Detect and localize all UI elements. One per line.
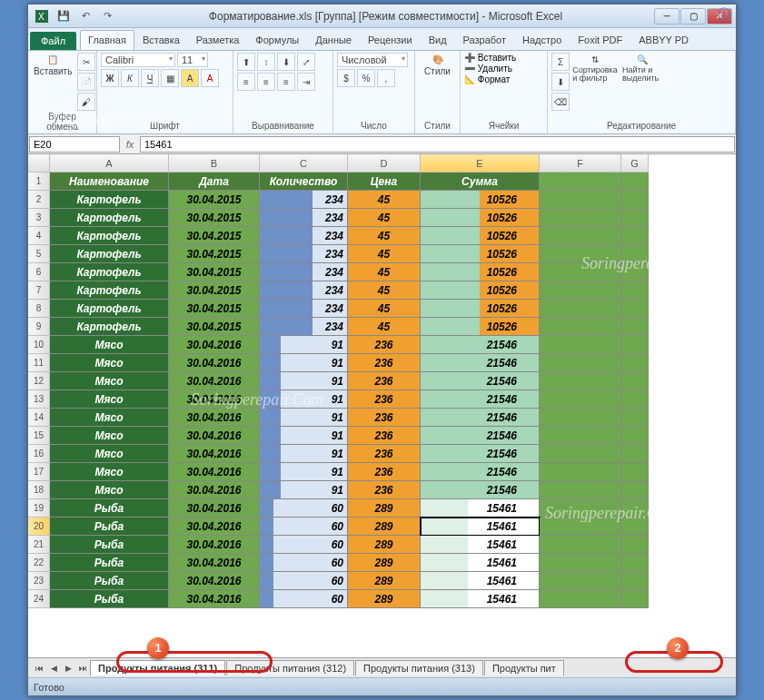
copy-icon[interactable]: 📄 [77,73,95,91]
table-header[interactable]: Дата [169,173,260,191]
ribbon-tab[interactable]: Рецензии [360,30,421,50]
table-header[interactable]: Сумма [421,173,540,191]
data-cell[interactable]: 45 [348,227,421,245]
empty-cell[interactable] [621,318,649,336]
row-header[interactable]: 19 [28,499,50,518]
data-cell[interactable]: 10526 [421,263,540,281]
ribbon-tab[interactable]: Формулы [247,30,307,50]
empty-cell[interactable] [540,173,621,191]
data-cell[interactable]: 234 [260,263,348,281]
data-cell[interactable]: 91 [260,409,348,427]
data-cell[interactable]: 10526 [421,191,540,209]
number-format-combo[interactable]: Числовой [337,53,408,67]
data-cell[interactable]: 30.04.2015 [169,245,260,263]
row-header[interactable]: 18 [28,481,50,499]
save-icon[interactable]: 💾 [54,6,74,26]
font-size-combo[interactable]: 11 [177,53,208,67]
empty-cell[interactable] [540,191,621,209]
data-cell[interactable]: 30.04.2016 [169,336,260,354]
data-cell[interactable]: 236 [348,481,421,499]
data-cell[interactable]: 45 [348,245,421,263]
data-cell[interactable]: 60 [260,518,348,536]
data-cell[interactable]: 30.04.2015 [169,209,260,227]
data-cell[interactable]: 236 [348,445,421,463]
data-cell[interactable]: 10526 [421,300,540,318]
fill-color-icon[interactable]: A [181,69,199,87]
data-cell[interactable]: Картофель [50,209,169,227]
ribbon-tab[interactable]: Вид [421,30,455,50]
empty-cell[interactable] [540,300,621,318]
ribbon-tab[interactable]: ABBYY PD [630,30,697,50]
data-cell[interactable]: 21546 [421,354,540,372]
tab-nav-first-icon[interactable]: ⏮ [32,661,46,675]
row-header[interactable]: 6 [28,263,50,281]
row-header[interactable]: 24 [28,590,50,608]
row-header[interactable]: 2 [28,191,50,209]
data-cell[interactable]: 30.04.2016 [169,536,260,554]
indent-icon[interactable]: ⇥ [297,73,315,91]
data-cell[interactable]: Мясо [50,409,169,427]
bold-button[interactable]: Ж [101,69,119,87]
data-cell[interactable]: 21546 [421,372,540,390]
table-header[interactable]: Цена [348,173,421,191]
ribbon-tab[interactable]: Foxit PDF [570,30,630,50]
ribbon-tab[interactable]: Разработ [455,30,514,50]
help-icon[interactable]: ⓘ [718,6,730,23]
data-cell[interactable]: 289 [348,499,421,518]
data-cell[interactable]: 15461 [421,554,540,572]
empty-cell[interactable] [540,481,621,499]
fx-icon[interactable]: fx [121,139,139,150]
empty-cell[interactable] [540,554,621,572]
data-cell[interactable]: Мясо [50,427,169,445]
align-left-icon[interactable]: ≡ [237,73,255,91]
empty-cell[interactable] [540,209,621,227]
data-cell[interactable]: 60 [260,572,348,590]
row-header[interactable]: 12 [28,372,50,390]
data-cell[interactable]: 30.04.2016 [169,481,260,499]
sheet-tab[interactable]: Продукты пит [484,660,564,675]
data-cell[interactable]: 15461 [421,499,540,518]
maximize-button[interactable]: ▢ [680,8,706,25]
data-cell[interactable]: 30.04.2016 [169,518,260,536]
data-cell[interactable]: 30.04.2016 [169,427,260,445]
data-cell[interactable]: 60 [260,554,348,572]
data-cell[interactable]: 234 [260,209,348,227]
data-cell[interactable]: Мясо [50,354,169,372]
data-cell[interactable]: 30.04.2015 [169,263,260,281]
ribbon-tab[interactable]: Вставка [134,30,188,50]
styles-button[interactable]: 🎨Стили [419,53,456,78]
data-cell[interactable]: 236 [348,409,421,427]
empty-cell[interactable] [540,372,621,390]
data-cell[interactable]: 30.04.2015 [169,191,260,209]
data-cell[interactable]: 234 [260,281,348,300]
empty-cell[interactable] [540,590,621,608]
row-header[interactable]: 15 [28,427,50,445]
table-header[interactable]: Наименование [50,173,169,191]
data-cell[interactable]: 289 [348,590,421,608]
data-cell[interactable]: 234 [260,318,348,336]
empty-cell[interactable] [621,191,649,209]
data-cell[interactable]: Мясо [50,481,169,499]
empty-cell[interactable] [621,445,649,463]
undo-icon[interactable]: ↶ [75,6,95,26]
empty-cell[interactable] [621,245,649,263]
orientation-icon[interactable]: ⤢ [297,53,315,71]
data-cell[interactable]: 30.04.2016 [169,554,260,572]
align-center-icon[interactable]: ≡ [257,73,275,91]
delete-cells-button[interactable]: ➖ Удалить [464,64,512,74]
data-cell[interactable]: Картофель [50,318,169,336]
empty-cell[interactable] [621,554,649,572]
empty-cell[interactable] [621,336,649,354]
data-cell[interactable]: 30.04.2015 [169,300,260,318]
data-cell[interactable]: Рыба [50,554,169,572]
data-cell[interactable]: Рыба [50,518,169,536]
percent-icon[interactable]: % [357,69,375,87]
data-cell[interactable]: 15461 [421,590,540,608]
data-cell[interactable]: 30.04.2016 [169,590,260,608]
data-cell[interactable]: 91 [260,427,348,445]
table-header[interactable]: Количество [260,173,348,191]
data-cell[interactable]: 289 [348,572,421,590]
empty-cell[interactable] [540,572,621,590]
data-cell[interactable]: 21546 [421,427,540,445]
column-header[interactable]: E [421,154,540,173]
